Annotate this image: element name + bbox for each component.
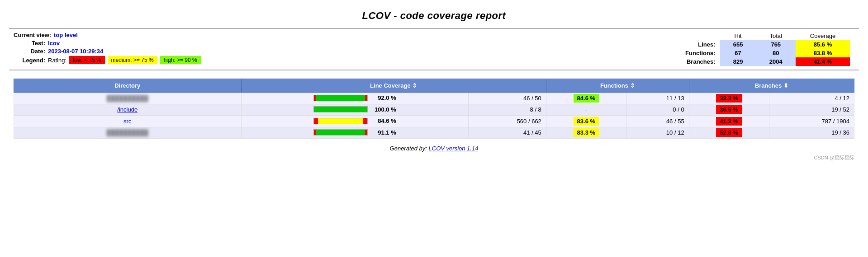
lines-row: Lines: 655 765 85.6 % [681,40,850,49]
line-fraction-cell: 41 / 45 [469,127,546,139]
func-fraction-cell: 11 / 13 [626,93,689,104]
functions-hit: 67 [720,49,756,57]
test-label: Test: [14,40,45,47]
line-pct: 100.0 % [371,106,396,113]
line-fraction-cell: 560 / 662 [469,116,546,127]
data-section: Directory Line Coverage ⇕ Functions ⇕ Br… [9,79,859,139]
branch-pct-cell: 52.8 % [689,127,769,139]
test-value: lcov [48,40,60,47]
bar-container: 91.1 % [313,129,396,136]
page-title: LCOV - code coverage report [9,5,859,28]
bar-outer [313,95,368,101]
bar-outer [313,129,368,136]
stats-right: Hit Total Coverage Lines: 655 765 85.6 %… [681,32,859,66]
legend-row: Legend: Rating: low: < 75 % medium: >= 7… [14,56,201,64]
bar-fill [316,130,365,135]
data-table: Directory Line Coverage ⇕ Functions ⇕ Br… [14,79,854,139]
legend-label: Legend: [14,57,45,64]
branch-fraction-cell: 19 / 36 [769,127,854,139]
total-header: Total [756,32,796,40]
test-row: Test: lcov [14,40,201,47]
func-pct-cell: 83.6 % [546,116,626,127]
current-view-label: Current view: [14,32,51,38]
func-pct-badge: 83.6 % [574,117,599,126]
branch-pct-cell: 36.5 % [689,104,769,116]
lines-label: Lines: [681,40,720,49]
legend-low-badge: low: < 75 % [69,56,104,64]
bar-outer [313,106,368,112]
func-pct-badge: 83.3 % [574,128,599,137]
line-pct: 92.0 % [371,94,396,101]
func-pct-cell: - [546,104,626,116]
branches-hit: 829 [720,57,756,66]
lines-coverage: 85.6 % [796,40,850,49]
date-value: 2023-08-07 10:29:34 [48,48,103,55]
footer-text: Generated by: [390,145,427,152]
col-branches[interactable]: Branches ⇕ [689,79,854,93]
legend-rating-text: Rating: [48,57,66,64]
bar-container: 100.0 % [313,106,396,113]
lines-total: 765 [756,40,796,49]
line-bar-cell: 92.0 % [241,93,469,104]
functions-row: Functions: 67 80 83.8 % [681,49,850,57]
dir-cell[interactable]: /include [14,104,242,116]
legend-high-badge: high: >= 90 % [160,56,201,64]
line-fraction-cell: 46 / 50 [469,93,546,104]
branch-pct-badge: 41.3 % [716,117,741,126]
branch-pct-cell: 33.3 % [689,93,769,104]
line-fraction-cell: 8 / 8 [469,104,546,116]
branches-row: Branches: 829 2004 41.4 % [681,57,850,66]
table-row: ██████████ 92.0 % 46 / 5084.6 %11 / 1333… [14,93,854,104]
branch-pct-badge: 52.8 % [716,128,741,137]
line-pct: 91.1 % [371,129,396,136]
current-view-value: top level [54,32,78,38]
func-pct-cell: 84.6 % [546,93,626,104]
dir-cell: ██████████ [14,93,242,104]
branches-label: Branches: [681,57,720,66]
bar-fill [318,118,363,124]
lines-hit: 655 [720,40,756,49]
date-label: Date: [14,48,45,55]
functions-total: 80 [756,49,796,57]
func-fraction-cell: 10 / 12 [626,127,689,139]
bar-fill [316,95,365,101]
branch-fraction-cell: 787 / 1904 [769,116,854,127]
func-pct-badge: 84.6 % [574,94,599,103]
table-row: /include 100.0 % 8 / 8-0 / 036.5 %19 / 5… [14,104,854,116]
info-left: Current view: top level Test: lcov Date:… [9,32,201,64]
bar-outer [313,118,368,124]
dir-cell[interactable]: src [14,116,242,127]
stats-table: Hit Total Coverage Lines: 655 765 85.6 %… [681,32,850,66]
bar-container: 84.6 % [313,117,396,124]
col-line-coverage[interactable]: Line Coverage ⇕ [241,79,546,93]
func-fraction-cell: 0 / 0 [626,104,689,116]
dir-name-blurred: ██████████ [107,95,148,102]
table-row: src 84.6 % 560 / 66283.6 %46 / 5541.3 %7… [14,116,854,127]
footer-link[interactable]: LCOV version 1.14 [429,145,479,152]
date-row: Date: 2023-08-07 10:29:34 [14,48,201,55]
coverage-header: Coverage [796,32,850,40]
branch-fraction-cell: 19 / 52 [769,104,854,116]
dir-link[interactable]: src [123,118,131,125]
col-functions[interactable]: Functions ⇕ [546,79,689,93]
branch-pct-badge: 36.5 % [716,105,741,114]
table-header-row: Directory Line Coverage ⇕ Functions ⇕ Br… [14,79,854,93]
branch-fraction-cell: 4 / 12 [769,93,854,104]
dir-link[interactable]: /include [117,106,138,113]
bar-fill [314,107,367,112]
dir-name-blurred: ██████████ [107,129,148,136]
branches-coverage: 41.4 % [796,57,850,66]
branch-pct-badge: 33.3 % [716,94,741,103]
table-row: ██████████ 91.1 % 41 / 4583.3 %10 / 1252… [14,127,854,139]
watermark: CSDN @星际星际 [9,154,859,163]
hit-header: Hit [720,32,756,40]
functions-label: Functions: [681,49,720,57]
legend-medium-badge: medium: >= 75 % [108,56,157,64]
line-bar-cell: 100.0 % [241,104,469,116]
bar-container: 92.0 % [313,94,396,101]
func-pct-cell: 83.3 % [546,127,626,139]
dir-cell: ██████████ [14,127,242,139]
branch-pct-cell: 41.3 % [689,116,769,127]
footer: Generated by: LCOV version 1.14 [9,139,859,154]
line-pct: 84.6 % [371,117,396,124]
